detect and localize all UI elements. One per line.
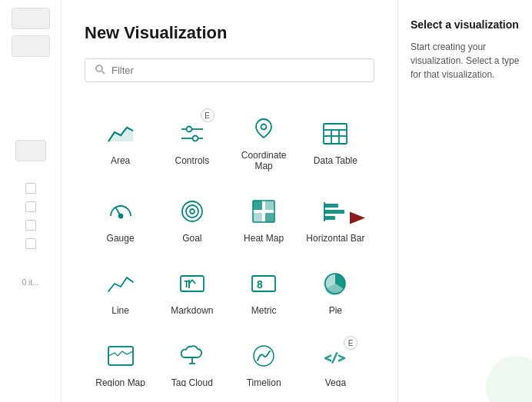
sidebar-checkbox-1[interactable] xyxy=(25,183,36,194)
svg-rect-21 xyxy=(265,213,274,222)
svg-rect-8 xyxy=(324,124,347,144)
svg-point-7 xyxy=(261,125,267,130)
svg-rect-33 xyxy=(252,276,275,291)
horizontal-bar-icon xyxy=(320,196,351,227)
viz-item-region-map[interactable]: Region Map xyxy=(85,328,156,387)
svg-point-5 xyxy=(186,127,191,132)
right-panel-title: Select a visualization xyxy=(411,18,520,31)
markdown-label: Markdown xyxy=(171,305,213,316)
svg-line-1 xyxy=(102,71,105,75)
svg-point-17 xyxy=(190,209,195,214)
metric-label: Metric xyxy=(251,305,277,316)
area-label: Area xyxy=(111,155,130,166)
svg-marker-27 xyxy=(350,212,365,224)
timelion-label: Timelion xyxy=(247,377,281,387)
timelion-icon xyxy=(248,341,279,371)
viz-item-data-table[interactable]: Data Table xyxy=(300,101,371,184)
goal-icon xyxy=(177,196,208,227)
controls-label: Controls xyxy=(175,155,210,166)
sidebar-checkbox-3[interactable] xyxy=(25,220,36,231)
viz-item-horizontal-bar[interactable]: Horizontal Bar xyxy=(300,184,371,256)
region-map-icon xyxy=(105,341,136,371)
sidebar-btn-1[interactable] xyxy=(12,8,50,29)
viz-grid: AreaEControlsCoordinate MapData TableGau… xyxy=(85,101,374,387)
sidebar-btn-2[interactable] xyxy=(12,35,50,57)
right-panel-description: Start creating your visualization. Selec… xyxy=(411,40,520,81)
data-table-label: Data Table xyxy=(314,155,357,166)
data-table-icon xyxy=(320,118,351,149)
right-panel: Select a visualization Start creating yo… xyxy=(397,0,532,402)
selection-arrow xyxy=(350,209,373,231)
svg-rect-19 xyxy=(265,201,274,210)
viz-item-line[interactable]: Line xyxy=(85,256,156,328)
controls-icon xyxy=(177,118,208,149)
vega-label: Vega xyxy=(325,377,346,387)
metric-icon: 8 xyxy=(248,268,279,299)
badge-vega: E xyxy=(344,336,357,350)
viz-item-area[interactable]: Area xyxy=(85,101,156,184)
viz-item-tag-cloud[interactable]: Tag Cloud xyxy=(156,328,228,387)
badge-controls: E xyxy=(201,108,214,122)
sidebar-checkbox-4[interactable] xyxy=(25,238,36,249)
viz-grid-wrapper: AreaEControlsCoordinate MapData TableGau… xyxy=(85,101,374,387)
svg-point-0 xyxy=(96,65,102,71)
pie-label: Pie xyxy=(329,305,342,316)
filter-input[interactable] xyxy=(111,65,364,76)
coordinate-map-label: Coordinate Map xyxy=(234,150,294,171)
viz-item-metric[interactable]: 8Metric xyxy=(228,256,300,328)
pie-icon xyxy=(320,268,351,299)
gauge-label: Gauge xyxy=(107,233,135,244)
tag-cloud-icon xyxy=(177,341,208,371)
region-map-label: Region Map xyxy=(95,377,145,387)
area-icon xyxy=(105,118,136,149)
horizontal-bar-label: Horizontal Bar xyxy=(306,233,364,244)
svg-rect-36 xyxy=(108,347,133,365)
viz-item-gauge[interactable]: Gauge xyxy=(85,184,156,256)
viz-item-heat-map[interactable]: Heat Map xyxy=(228,184,300,256)
heat-map-icon xyxy=(248,196,279,227)
sidebar-checkbox-2[interactable] xyxy=(25,201,36,212)
svg-rect-23 xyxy=(324,204,338,208)
svg-rect-37 xyxy=(108,347,133,365)
page-title: New Visualization xyxy=(85,23,374,43)
line-label: Line xyxy=(111,305,129,316)
svg-rect-18 xyxy=(253,201,262,210)
svg-text:8: 8 xyxy=(257,278,263,291)
viz-item-controls[interactable]: EControls xyxy=(156,101,228,184)
decoration-circle xyxy=(486,356,532,402)
viz-item-pie[interactable]: Pie xyxy=(300,256,371,328)
sidebar-count-text: 0 it... xyxy=(22,278,39,287)
heat-map-label: Heat Map xyxy=(244,233,284,244)
goal-label: Goal xyxy=(182,233,201,244)
line-icon xyxy=(105,268,136,299)
svg-rect-25 xyxy=(324,216,335,220)
left-sidebar: 0 it... xyxy=(0,0,62,402)
svg-rect-24 xyxy=(324,210,344,214)
viz-item-goal[interactable]: Goal xyxy=(156,184,228,256)
svg-point-14 xyxy=(118,214,122,218)
svg-point-6 xyxy=(192,136,198,141)
gauge-icon xyxy=(105,196,136,227)
viz-item-markdown[interactable]: TMarkdown xyxy=(156,256,228,328)
svg-rect-20 xyxy=(253,213,262,222)
viz-item-timelion[interactable]: Timelion xyxy=(228,328,300,387)
main-panel: New Visualization AreaEControlsCoordinat… xyxy=(62,0,397,402)
sidebar-checkboxes xyxy=(25,183,36,249)
svg-line-32 xyxy=(192,280,195,284)
sidebar-search[interactable] xyxy=(15,140,46,161)
search-icon xyxy=(95,64,105,77)
filter-bar[interactable] xyxy=(85,58,374,82)
viz-item-coordinate-map[interactable]: Coordinate Map xyxy=(228,101,300,184)
viz-item-vega[interactable]: E</>Vega xyxy=(300,328,371,387)
svg-point-15 xyxy=(182,201,202,221)
coordinate-map-icon xyxy=(248,113,279,144)
svg-point-16 xyxy=(186,205,198,218)
svg-text:</>: </> xyxy=(324,351,345,365)
tag-cloud-label: Tag Cloud xyxy=(171,377,213,387)
markdown-icon: T xyxy=(177,268,208,299)
